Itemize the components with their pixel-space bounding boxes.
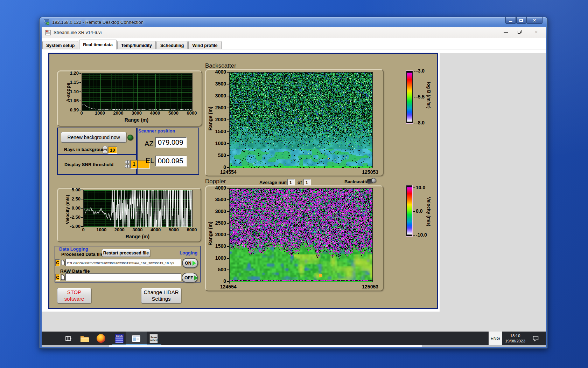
change-line2: Settings [152,296,170,302]
app-titlebar[interactable]: StreamLine XR v14-6.vi [42,27,546,38]
main-panel: A-scope Range (m) Renew background now R… [48,53,438,309]
geek-app-button[interactable]: GEEK [113,332,126,345]
tick-label: 1.05 [70,98,79,103]
file-explorer-icon [80,335,89,342]
tick-mark [81,226,83,227]
tick-label: 4000 [215,69,226,75]
stop-line2: software [64,296,84,302]
tick-label: 3000 [215,93,226,98]
tick-mark [79,101,81,101]
language-indicator[interactable]: ENG [489,332,502,345]
processed-drive-selector[interactable]: C [55,259,60,266]
backscatter-toggle[interactable] [366,178,377,184]
tick-mark [372,282,372,284]
app-minimize-button[interactable] [504,32,508,33]
raw-file-icon [61,274,65,280]
tick-mark [227,270,229,270]
rdp-titlebar[interactable]: 192.168.0.122 - Remote Desktop Connectio… [40,17,547,27]
tab-real-time-data[interactable]: Real time data [79,40,117,49]
rdp-scrollbar-thumb[interactable] [109,345,422,347]
backscatter-cb-tick-mid: -5.5 [416,94,425,100]
tab-scheduling[interactable]: Scheduling [156,41,188,49]
app-close-button[interactable]: × [534,29,538,36]
tick-label: 6000 [187,111,197,116]
renew-background-led [127,135,133,141]
tick-label: 1000 [96,227,106,232]
tick-label: 0 [82,227,84,232]
of-label: of [298,180,302,185]
tick-label: 5.00 [72,188,80,192]
restart-processed-file-button[interactable]: Restart processed file [102,249,150,257]
app-restore-button[interactable] [518,30,522,34]
processed-path-field[interactable]: C:\Lidar\Data\Proc\2023\202308\20230819\… [65,259,181,266]
tick-label: 2.50 [72,197,80,202]
el-value-field[interactable]: 000.095 [155,156,187,166]
tick-mark [227,155,229,156]
desktop: 192.168.0.122 - Remote Desktop Connectio… [0,0,588,368]
average-number-field[interactable]: 1 [287,179,295,185]
notification-center-button[interactable] [530,332,541,345]
backscatter-cb-label: log B (/m/sr) [426,82,432,109]
app-background-right [440,53,546,332]
az-value-field[interactable]: 079.009 [155,137,187,148]
rdp-maximize-button[interactable] [516,17,526,24]
renew-background-button[interactable]: Renew background now [61,132,126,143]
raw-path-field[interactable] [65,273,181,281]
backscatter-colorbar [406,71,413,123]
tick-label: 1000 [215,141,226,146]
velocity-plot [83,190,192,227]
labview-vi-icon [45,30,51,35]
tick-label: 3000 [132,111,142,116]
tick-label: 2000 [113,111,124,116]
clock-date: 19/08/2023 [505,339,525,344]
backscatter-time-start: 124554 [220,170,237,175]
file-explorer-button[interactable] [78,332,91,345]
scanner-position-title: Scanner position [138,128,175,134]
snr-spinner[interactable] [125,160,130,168]
backscatter-cb-tick-max: -3.0 [416,68,425,74]
tick-label: 2000 [215,117,226,122]
task-view-icon [65,335,72,342]
tab-system-setup[interactable]: System setup [42,41,78,49]
tick-label: 500 [218,153,226,158]
raw-logging-toggle-off[interactable]: OFF [182,273,198,283]
app-window-title: StreamLine XR v14-6.vi [54,30,102,35]
tick-label: 4000 [215,185,226,191]
stop-software-button[interactable]: STOP software [57,288,91,304]
tick-label: 0 [223,279,226,284]
tick-mark [79,82,81,83]
tick-mark [227,167,229,168]
backscatter-title: Backscatter [205,62,236,69]
average-count-field[interactable]: 1 [303,179,311,185]
firefox-button[interactable] [94,332,107,345]
processed-logging-toggle-on[interactable]: ON [182,258,198,268]
taskbar-clock[interactable]: 18:10 19/08/2023 [503,332,527,345]
stop-line1: STOP [67,289,82,296]
rdp-close-button[interactable]: × [526,17,542,24]
az-label: AZ [145,140,154,148]
tick-mark [227,143,229,144]
tick-label: 2000 [215,232,226,237]
tick-label: 4000 [150,111,160,116]
rays-in-background-field[interactable]: 10 [108,146,117,154]
rays-spinner[interactable] [103,146,107,154]
firefox-icon [97,334,105,343]
rdp-minimize-button[interactable] [505,17,516,24]
tick-label: 0.00 [72,206,80,211]
tab-temp-humidity[interactable]: Temp/humidity [117,41,156,49]
change-line1: Change LiDAR [144,289,178,296]
raw-drive-selector[interactable]: C [55,274,60,281]
remote-app-taskbar-button[interactable] [126,332,147,345]
doppler-time-end: 125053 [362,284,378,289]
tick-mark [227,108,229,108]
notification-icon [532,335,539,341]
tick-label: 2500 [215,105,226,110]
tab-wind-profile[interactable]: Wind profile [188,41,221,49]
doppler-time-start: 124554 [220,284,237,289]
rdp-horizontal-scrollbar[interactable] [42,345,546,347]
change-lidar-settings-button[interactable]: Change LiDAR Settings [141,288,181,304]
scan-scheduler-button[interactable]: Scansched [147,332,161,345]
raw-data-file-label: RAW Data file [60,268,90,274]
task-view-button[interactable] [62,332,75,345]
tab-bar: System setup Real time data Temp/humidit… [42,40,222,49]
